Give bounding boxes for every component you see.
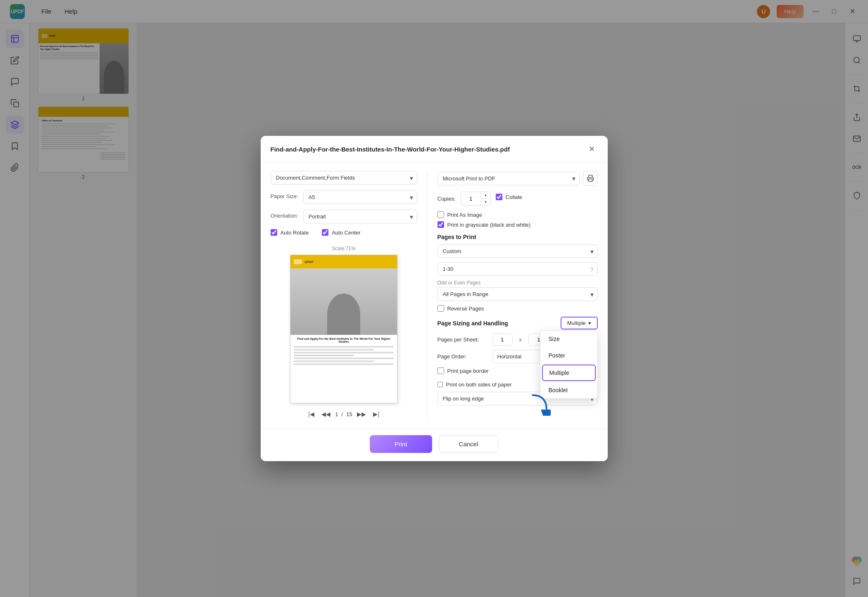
print-page-border-checkbox[interactable] <box>438 367 444 374</box>
print-both-sides-label: Print on both sides of paper <box>446 381 512 388</box>
preview-line-1 <box>294 346 394 348</box>
sizing-title: Page Sizing and Handling <box>438 320 508 327</box>
pages-per-sheet-input[interactable] <box>492 334 512 345</box>
odd-even-section: Odd or Even Pages All Pages in Range <box>438 280 598 301</box>
preview-logo <box>294 259 302 264</box>
dialog-footer: Print Cancel <box>261 428 608 461</box>
preview-line-7 <box>294 363 394 365</box>
print-grayscale-label: Print in grayscale (black and white) <box>447 222 531 228</box>
auto-options: Auto Rotate Auto Center <box>271 229 417 239</box>
copies-input-wrapper: ▲ ▼ <box>461 192 491 206</box>
nav-first-button[interactable]: |◀ <box>305 408 317 420</box>
pages-mode-select[interactable]: Custom <box>438 244 598 258</box>
paper-size-row: Paper Size: A5 <box>271 190 417 204</box>
reverse-pages-label: Reverse Pages <box>447 306 484 312</box>
dialog-left-panel: Document,Comment,Form Fields Paper Size:… <box>271 171 428 420</box>
multiple-btn-label: Multiple <box>567 320 586 326</box>
print-as-image-label: Print As Image <box>447 212 483 218</box>
dialog-title-bar: Find-and-Apply-For-the-Best-Institutes-I… <box>261 136 608 163</box>
auto-center-checkbox[interactable] <box>322 229 328 236</box>
copies-input[interactable] <box>461 193 481 204</box>
orientation-select-wrapper: Portrait <box>303 210 417 223</box>
preview-logo-text: UPDF <box>304 260 314 264</box>
paper-size-label: Paper Size: <box>271 193 298 199</box>
odd-even-select[interactable]: All Pages in Range <box>438 287 598 301</box>
printer-select[interactable]: Microsoft Print to PDF <box>438 172 580 185</box>
page-preview: UPDF Find and Apply For the Best Institu… <box>290 255 397 403</box>
reverse-pages-checkbox[interactable] <box>438 305 444 312</box>
dropdown-multiple-label: Multiple <box>549 370 569 376</box>
auto-center-label: Auto Center <box>332 230 360 236</box>
auto-center-row: Auto Center <box>322 229 360 236</box>
preview-area: Scale:71% UPDF <box>271 246 417 403</box>
printer-settings-button[interactable] <box>583 171 598 186</box>
odd-even-label: Odd or Even Pages <box>438 280 598 286</box>
copies-label: Copies: <box>438 196 456 202</box>
preview-image-area <box>290 268 397 335</box>
orientation-label: Orientation: <box>271 213 298 219</box>
scale-label: Scale:71% <box>271 246 417 251</box>
orientation-select[interactable]: Portrait <box>303 210 417 223</box>
pages-help-icon: ? <box>590 265 593 272</box>
preview-line-2 <box>294 349 374 351</box>
content-select-wrapper: Document,Comment,Form Fields <box>271 171 417 185</box>
print-grayscale-row: Print in grayscale (black and white) <box>438 221 598 228</box>
content-dropdown-row: Document,Comment,Form Fields <box>271 171 417 185</box>
dropdown-item-poster[interactable]: Poster <box>540 347 597 364</box>
print-both-sides-checkbox[interactable] <box>438 382 443 387</box>
multiple-button[interactable]: Multiple ▾ <box>561 317 598 329</box>
preview-title-text: Find and Apply For the Best Institutes I… <box>294 337 394 343</box>
multiple-btn-chevron: ▾ <box>588 320 591 326</box>
preview-person-image <box>290 268 397 335</box>
print-dialog: Find-and-Apply-For-the-Best-Institutes-I… <box>261 136 608 461</box>
page-order-label: Page Order: <box>438 353 487 360</box>
paper-size-inline: Paper Size: A5 <box>271 190 417 204</box>
printer-row: Microsoft Print to PDF <box>438 171 598 186</box>
app-background: UPDF File Help U Help — □ ✕ <box>0 0 868 597</box>
dropdown-poster-label: Poster <box>549 352 565 359</box>
collate-row: Collate <box>496 194 522 200</box>
sizing-button-container: Multiple ▾ Size Poster <box>561 317 598 329</box>
pages-to-print-section: Pages to Print Custom ? <box>438 234 598 312</box>
nav-next-button[interactable]: ▶▶ <box>356 408 367 420</box>
svg-rect-15 <box>588 179 592 182</box>
copies-down-button[interactable]: ▼ <box>481 199 490 205</box>
paper-size-select-wrapper: A5 <box>303 190 417 204</box>
sizing-x-separator: x <box>518 334 524 345</box>
dropdown-item-multiple[interactable]: Multiple <box>542 365 596 381</box>
auto-options-row: Auto Rotate Auto Center <box>271 229 417 239</box>
collate-checkbox[interactable] <box>496 194 502 200</box>
pages-range-input[interactable] <box>438 262 598 276</box>
reverse-pages-row: Reverse Pages <box>438 305 598 312</box>
nav-last-button[interactable]: ▶| <box>371 408 382 420</box>
dialog-right-panel: Microsoft Print to PDF Copies: <box>428 171 598 420</box>
collate-label: Collate <box>506 194 522 200</box>
print-grayscale-checkbox[interactable] <box>438 221 444 228</box>
copies-up-button[interactable]: ▲ <box>481 192 490 199</box>
pages-to-print-title: Pages to Print <box>438 234 598 240</box>
print-as-image-row: Print As Image <box>438 211 598 218</box>
content-select[interactable]: Document,Comment,Form Fields <box>271 171 417 185</box>
page-separator: / <box>342 411 343 417</box>
pages-input-wrapper: ? <box>438 262 598 276</box>
pages-mode-select-wrapper: Custom <box>438 244 598 258</box>
print-as-image-checkbox[interactable] <box>438 211 444 218</box>
blue-arrow-indicator <box>526 391 551 417</box>
page-current: 1 <box>335 411 338 417</box>
sizing-header: Page Sizing and Handling Multiple ▾ Size <box>438 317 598 329</box>
cancel-button[interactable]: Cancel <box>439 435 499 453</box>
dialog-body: Document,Comment,Form Fields Paper Size:… <box>261 163 608 428</box>
dialog-title: Find-and-Apply-For-the-Best-Institutes-I… <box>271 146 510 153</box>
nav-prev-button[interactable]: ◀◀ <box>320 408 332 420</box>
orientation-inline: Orientation: Portrait <box>271 210 417 223</box>
print-button[interactable]: Print <box>370 435 432 453</box>
preview-line-6 <box>294 360 374 362</box>
auto-rotate-checkbox[interactable] <box>271 229 277 236</box>
preview-text-area: Find and Apply For the Best Institutes I… <box>290 335 397 403</box>
page-total: 15 <box>346 411 352 417</box>
auto-rotate-label: Auto Rotate <box>281 230 309 236</box>
paper-size-select[interactable]: A5 <box>303 190 417 204</box>
dropdown-item-size[interactable]: Size <box>540 331 597 347</box>
printer-select-wrapper: Microsoft Print to PDF <box>438 172 580 185</box>
dialog-close-button[interactable]: ✕ <box>586 143 598 155</box>
